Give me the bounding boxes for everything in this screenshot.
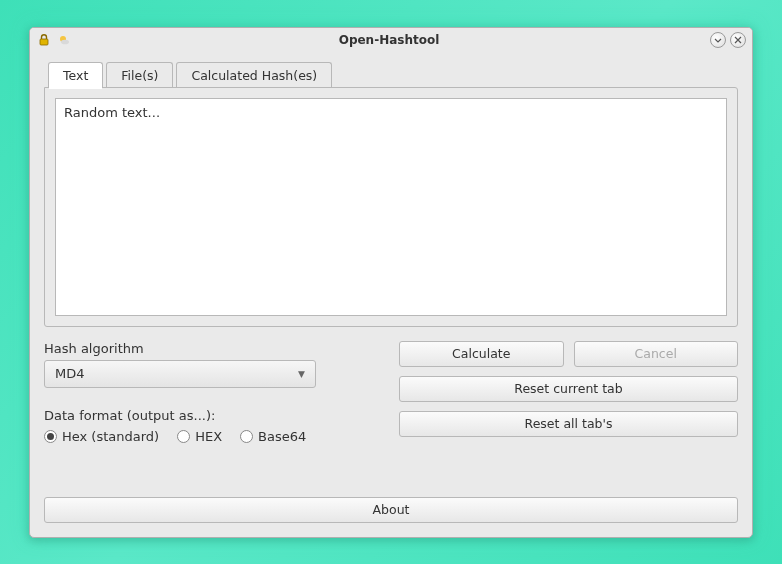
button-label: Reset all tab's [525,416,613,431]
tab-hashes[interactable]: Calculated Hash(es) [176,62,332,88]
tab-row: Text File(s) Calculated Hash(es) [44,62,738,88]
button-label: About [373,502,410,517]
hash-algorithm-label: Hash algorithm [44,341,379,356]
data-format-section: Data format (output as...): Hex (standar… [44,408,379,444]
button-label: Cancel [635,346,677,361]
window-title: Open-Hashtool [72,33,706,47]
tab-label: File(s) [121,68,158,83]
lock-icon [36,32,52,48]
cancel-button: Cancel [574,341,739,367]
radio-label: Hex (standard) [62,429,159,444]
status-icon [56,32,72,48]
content-area: Text File(s) Calculated Hash(es) Hash al… [30,52,752,537]
radio-dot-icon [44,430,57,443]
tab-label: Calculated Hash(es) [191,68,317,83]
svg-rect-0 [40,39,48,45]
svg-point-2 [61,39,69,44]
data-format-label: Data format (output as...): [44,408,379,423]
radio-hex-standard[interactable]: Hex (standard) [44,429,159,444]
radio-base64[interactable]: Base64 [240,429,306,444]
radio-label: HEX [195,429,222,444]
minimize-button[interactable] [710,32,726,48]
tab-pane [44,87,738,327]
radio-dot-icon [177,430,190,443]
lower-section: Hash algorithm MD4 ▼ Data format (output… [44,341,738,446]
tab-text[interactable]: Text [48,62,103,88]
tab-files[interactable]: File(s) [106,62,173,88]
radio-hex-upper[interactable]: HEX [177,429,222,444]
close-button[interactable] [730,32,746,48]
button-label: Calculate [452,346,510,361]
about-button[interactable]: About [44,497,738,523]
button-label: Reset current tab [514,381,622,396]
chevron-down-icon: ▼ [298,369,305,379]
reset-current-tab-button[interactable]: Reset current tab [399,376,738,402]
radio-label: Base64 [258,429,306,444]
tab-label: Text [63,68,88,83]
data-format-radios: Hex (standard) HEX Base64 [44,429,379,444]
right-column: Calculate Cancel Reset current tab Reset… [399,341,738,446]
button-row-1: Calculate Cancel [399,341,738,367]
calculate-button[interactable]: Calculate [399,341,564,367]
button-row-2: Reset current tab [399,376,738,402]
app-window: Open-Hashtool Text File(s) Calculated Ha… [29,27,753,538]
titlebar: Open-Hashtool [30,28,752,52]
text-input[interactable] [55,98,727,316]
footer: About [44,477,738,523]
button-row-3: Reset all tab's [399,411,738,437]
select-value: MD4 [55,366,85,381]
left-column: Hash algorithm MD4 ▼ Data format (output… [44,341,379,446]
hash-algorithm-select[interactable]: MD4 ▼ [44,360,316,388]
radio-dot-icon [240,430,253,443]
reset-all-tabs-button[interactable]: Reset all tab's [399,411,738,437]
